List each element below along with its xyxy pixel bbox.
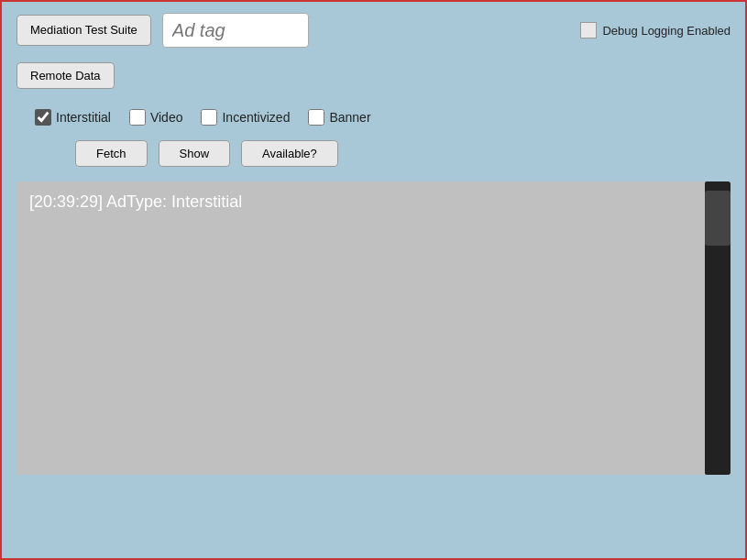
top-bar: Mediation Test Suite Debug Logging Enabl… (2, 2, 745, 59)
debug-logging-checkbox[interactable] (580, 22, 597, 38)
remote-data-row: Remote Data (2, 59, 745, 100)
banner-label: Banner (329, 110, 370, 125)
incentivized-checkbox[interactable] (201, 109, 217, 126)
banner-checkbox[interactable] (308, 109, 324, 126)
interstitial-label: Interstitial (56, 110, 111, 125)
scrollbar-thumb[interactable] (705, 191, 731, 246)
log-entry: [20:39:29] AdType: Interstitial (16, 181, 731, 223)
ad-tag-input[interactable] (162, 13, 309, 48)
video-checkbox[interactable] (129, 109, 146, 126)
log-area-wrapper: [20:39:29] AdType: Interstitial (16, 181, 731, 475)
debug-logging-container: Debug Logging Enabled (580, 22, 731, 38)
ad-type-incentivized: Incentivized (201, 109, 290, 126)
mediation-test-suite-button[interactable]: Mediation Test Suite (16, 15, 151, 47)
ad-type-video: Video (129, 109, 183, 126)
scrollbar[interactable] (705, 181, 731, 475)
remote-data-button[interactable]: Remote Data (16, 62, 115, 89)
available-button[interactable]: Available? (241, 140, 338, 167)
incentivized-label: Incentivized (222, 110, 290, 125)
interstitial-checkbox[interactable] (35, 109, 51, 126)
fetch-button[interactable]: Fetch (75, 140, 148, 167)
ad-type-row: Interstitial Video Incentivized Banner (2, 100, 745, 135)
show-button[interactable]: Show (159, 140, 231, 167)
video-label: Video (150, 110, 183, 125)
action-buttons-row: Fetch Show Available? (2, 135, 745, 181)
ad-type-banner: Banner (308, 109, 370, 126)
debug-logging-label: Debug Logging Enabled (602, 24, 731, 38)
log-area: [20:39:29] AdType: Interstitial (16, 181, 731, 475)
ad-type-interstitial: Interstitial (35, 109, 111, 126)
